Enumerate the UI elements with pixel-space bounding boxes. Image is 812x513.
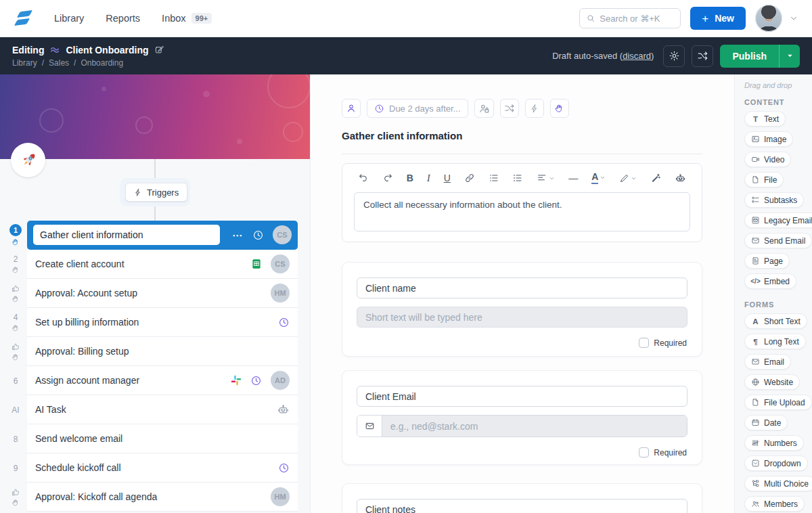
image-icon (751, 135, 760, 143)
crumb-onboarding[interactable]: Onboarding (81, 58, 123, 68)
widget-members[interactable]: Members (744, 496, 805, 512)
highlight-button[interactable] (619, 173, 637, 183)
drag-hand-icon[interactable] (12, 353, 20, 361)
horizontal-rule-button[interactable]: — (568, 173, 578, 183)
step-row[interactable]: Approval: Billing setup (27, 337, 298, 366)
widget-embed[interactable]: </>Embed (744, 273, 796, 289)
widget-file[interactable]: File (744, 172, 784, 187)
ai-write-button[interactable] (650, 173, 661, 183)
settings-button[interactable] (663, 45, 685, 67)
text-color-button[interactable]: A (591, 172, 606, 183)
align-button[interactable] (537, 173, 555, 183)
envelope-icon (751, 357, 760, 366)
nav-reports[interactable]: Reports (106, 13, 140, 24)
randomize-button[interactable] (692, 45, 713, 67)
deadline-clock-icon[interactable] (252, 229, 264, 241)
widget-multi-choice[interactable]: Multi Choice (744, 476, 812, 491)
publish-button[interactable]: Publish (720, 45, 779, 68)
required-checkbox[interactable] (639, 338, 649, 348)
nav-library[interactable]: Library (54, 13, 84, 24)
brand-logo-icon[interactable] (14, 8, 34, 28)
drag-hand-icon[interactable] (12, 295, 20, 303)
bold-button[interactable]: B (407, 173, 413, 183)
italic-button[interactable]: I (427, 173, 430, 184)
drag-hand-icon[interactable] (12, 266, 20, 274)
widget-page[interactable]: Page (744, 253, 790, 269)
widget-video[interactable]: Video (744, 152, 791, 167)
drag-hand-icon[interactable] (12, 238, 20, 246)
widget-email-field[interactable]: Email (744, 354, 791, 370)
drag-hand-icon[interactable] (12, 499, 20, 507)
widget-send-email[interactable]: Send Email (744, 233, 812, 248)
widget-dropdown[interactable]: Dropdown (744, 455, 808, 471)
step-row-selected[interactable]: ⋯ CS (27, 221, 298, 250)
drag-drop-hint: Drag and drop (744, 81, 812, 89)
crumb-library[interactable]: Library (12, 58, 37, 68)
widget-file-upload[interactable]: File Upload (744, 395, 812, 410)
restricted-assign-chip[interactable] (474, 99, 494, 118)
step-row[interactable]: Assign account manager AD (27, 366, 298, 395)
template-emoji-avatar[interactable] (11, 143, 45, 177)
underline-button[interactable]: U (444, 173, 451, 183)
search-input[interactable] (600, 14, 674, 24)
file-upload-icon (751, 398, 760, 407)
step-menu-icon[interactable]: ⋯ (232, 230, 244, 240)
required-checkbox[interactable] (639, 447, 649, 458)
mode-label: Editing (12, 45, 44, 55)
step-title-input[interactable] (33, 225, 220, 245)
step-row[interactable]: AI Task (27, 395, 298, 424)
step-row[interactable]: Approval: Account setup HM (27, 279, 298, 308)
crumb-sales[interactable]: Sales (49, 58, 69, 68)
deadline-clock-icon[interactable] (278, 317, 290, 328)
deadline-chip[interactable]: Due 2 days after... (367, 99, 468, 118)
description-textbox[interactable]: Collect all necessary information about … (354, 192, 690, 231)
randomize-chip[interactable] (500, 99, 519, 118)
triggers-button[interactable]: Triggers (125, 183, 187, 202)
chevron-down-icon[interactable] (789, 14, 798, 23)
widget-long-text[interactable]: ¶Long Text (744, 334, 806, 349)
redo-button[interactable] (382, 173, 393, 183)
step-row[interactable]: Approval: Kickoff call agenda HM (27, 483, 298, 512)
widget-text[interactable]: TText (744, 111, 786, 127)
assignee-avatar[interactable]: HM (271, 284, 290, 303)
field-label-input[interactable] (357, 499, 687, 513)
primary-nav: Library Reports Inbox 99+ (54, 13, 212, 24)
field-label-input[interactable] (357, 277, 687, 298)
assignee-chip[interactable] (342, 99, 361, 118)
undo-button[interactable] (358, 173, 369, 183)
trigger-chip[interactable] (525, 99, 544, 118)
nav-inbox[interactable]: Inbox 99+ (162, 13, 212, 24)
ai-assistant-button[interactable] (675, 173, 686, 184)
step-row[interactable]: Create client account CS (27, 250, 298, 279)
widget-website[interactable]: Website (744, 374, 800, 390)
assignee-avatar[interactable]: CS (273, 225, 292, 244)
new-button[interactable]: + New (690, 7, 746, 30)
step-row[interactable]: Schedule kickoff call (27, 453, 298, 483)
deadline-clock-icon[interactable] (250, 375, 262, 386)
bullet-list-button[interactable] (489, 173, 499, 183)
assignee-avatar[interactable]: CS (271, 254, 290, 273)
edit-title-icon[interactable] (154, 45, 164, 55)
step-row[interactable]: Send welcome email (27, 424, 298, 453)
user-avatar[interactable] (755, 5, 782, 32)
thumbs-up-icon (12, 342, 20, 351)
widget-legacy-email[interactable]: Legacy Email (744, 213, 812, 228)
manual-launch-chip[interactable] (550, 99, 569, 118)
link-button[interactable] (464, 173, 475, 183)
publish-dropdown-button[interactable] (779, 45, 800, 68)
numbered-list-button[interactable] (512, 173, 523, 183)
global-search[interactable] (579, 8, 681, 28)
widget-short-text[interactable]: AShort Text (744, 313, 807, 329)
field-label-input[interactable] (357, 386, 687, 407)
assignee-avatar[interactable]: AD (271, 371, 290, 390)
step-row[interactable]: Set up billing information (27, 308, 298, 337)
widget-image[interactable]: Image (744, 131, 793, 147)
assignee-avatar[interactable]: HM (271, 487, 290, 506)
deadline-clock-icon[interactable] (278, 462, 290, 474)
long-text-icon: ¶ (751, 338, 760, 346)
discard-link[interactable]: discard (623, 51, 651, 61)
widget-numbers[interactable]: Numbers (744, 435, 804, 451)
widget-subtasks[interactable]: Subtasks (744, 192, 804, 208)
drag-hand-icon[interactable] (12, 324, 20, 332)
widget-date[interactable]: Date (744, 415, 788, 430)
